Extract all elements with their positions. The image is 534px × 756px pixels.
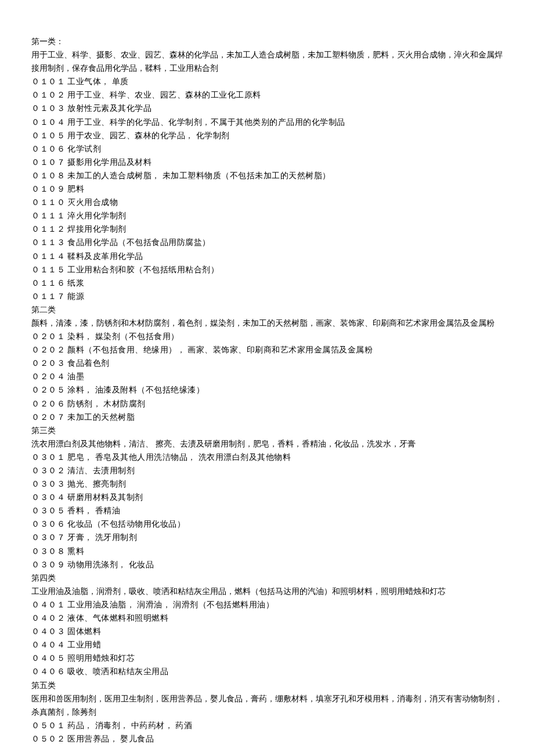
category-item: ０３０８ 熏料	[31, 545, 503, 558]
category-item: ０１１５ 工业用粘合剂和胶（不包括纸用粘合剂）	[31, 263, 503, 276]
category-item: ０３０９ 动物用洗涤剂， 化妆品	[31, 558, 503, 571]
category-item: ０３０１ 肥皂， 香皂及其他人用洗洁物品， 洗衣用漂白剂及其他物料	[31, 451, 503, 464]
category-description: 工业用油及油脂，润滑剂，吸收、喷洒和粘结灰尘用品，燃料（包括马达用的汽油）和照明…	[31, 585, 503, 598]
category-item: ０３０６ 化妆品（不包括动物用化妆品）	[31, 517, 503, 531]
category-description: 洗衣用漂白剂及其他物料，清洁、 擦亮、去渍及研磨用制剂，肥皂，香料，香精油，化妆…	[31, 437, 503, 451]
category-description: 医用和兽医用制剂，医用卫生制剂，医用营养品，婴儿食品，膏药，绷敷材料，填塞牙孔和…	[31, 692, 503, 719]
category-item: ０１０７ 摄影用化学用品及材料	[31, 156, 503, 169]
category-item: ０２０２ 颜料（不包括食用、绝缘用）， 画家、装饰家、印刷商和艺术家用金属箔及金…	[31, 343, 503, 357]
category-description: 用于工业、科学、摄影、农业、园艺、森林的化学品，未加工人造合成树脂，未加工塑料物…	[31, 48, 503, 75]
document-body: 第一类：用于工业、科学、摄影、农业、园艺、森林的化学品，未加工人造合成树脂，未加…	[31, 35, 503, 746]
category-heading: 第二类	[31, 303, 503, 316]
category-item: ０５０１ 药品， 消毒剂， 中药药材， 药酒	[31, 719, 503, 732]
category-item: ０１１７ 能源	[31, 290, 503, 303]
category-item: ０４０３ 固体燃料	[31, 625, 503, 638]
category-item: ０１０５ 用于农业、园艺、森林的化学品， 化学制剂	[31, 129, 503, 142]
category-item: ０４０４ 工业用蜡	[31, 638, 503, 651]
category-item: ０１１６ 纸浆	[31, 276, 503, 290]
category-item: ０１１１ 淬火用化学制剂	[31, 209, 503, 222]
category-item: ０１０３ 放射性元素及其化学品	[31, 102, 503, 115]
category-item: ０２０６ 防锈剂， 木材防腐剂	[31, 397, 503, 411]
category-item: ０３０５ 香料， 香精油	[31, 504, 503, 517]
category-item: ０２０３ 食品着色剂	[31, 357, 503, 370]
category-item: ０２０５ 涂料， 油漆及附料（不包括绝缘漆）	[31, 383, 503, 397]
category-item: ０２０７ 未加工的天然树脂	[31, 411, 503, 424]
category-item: ０１０１ 工业气体， 单质	[31, 75, 503, 88]
category-description: 颜料，清漆，漆，防锈剂和木材防腐剂，着色剂，媒染剂，未加工的天然树脂，画家、装饰…	[31, 316, 503, 330]
category-item: ０４０５ 照明用蜡烛和灯芯	[31, 651, 503, 665]
category-heading: 第一类：	[31, 35, 503, 48]
category-item: ０４０６ 吸收、喷洒和粘结灰尘用品	[31, 665, 503, 678]
category-item: ０３０３ 抛光、擦亮制剂	[31, 477, 503, 491]
category-item: ０２０１ 染料， 媒染剂（不包括食用）	[31, 330, 503, 343]
category-item: ０１０４ 用于工业、科学的化学品、化学制剂，不属于其他类别的产品用的化学制品	[31, 116, 503, 129]
category-item: ０１０８ 未加工的人造合成树脂， 未加工塑料物质（不包括未加工的天然树脂）	[31, 169, 503, 182]
category-item: ０３０４ 研磨用材料及其制剂	[31, 491, 503, 504]
category-heading: 第四类	[31, 571, 503, 585]
category-item: ０３０２ 清洁、去渍用制剂	[31, 464, 503, 477]
category-item: ０３０７ 牙膏， 洗牙用制剂	[31, 531, 503, 544]
category-item: ０４０１ 工业用油及油脂， 润滑油， 润滑剂（不包括燃料用油）	[31, 598, 503, 611]
category-item: ０１１０ 灭火用合成物	[31, 196, 503, 209]
category-item: ０４０２ 液体、气体燃料和照明燃料	[31, 611, 503, 625]
category-item: ０１１２ 焊接用化学制剂	[31, 222, 503, 236]
category-item: ０２０４ 油墨	[31, 370, 503, 383]
category-item: ０１０６ 化学试剂	[31, 142, 503, 156]
category-item: ０１０２ 用于工业、科学、农业、园艺、森林的工业化工原料	[31, 88, 503, 102]
category-heading: 第五类	[31, 679, 503, 692]
category-item: ０５０２ 医用营养品， 婴儿食品	[31, 732, 503, 746]
category-item: ０１１４ 鞣料及皮革用化学品	[31, 250, 503, 263]
category-heading: 第三类	[31, 424, 503, 437]
category-item: ０１１３ 食品用化学品（不包括食品用防腐盐）	[31, 236, 503, 249]
category-item: ０１０９ 肥料	[31, 182, 503, 196]
